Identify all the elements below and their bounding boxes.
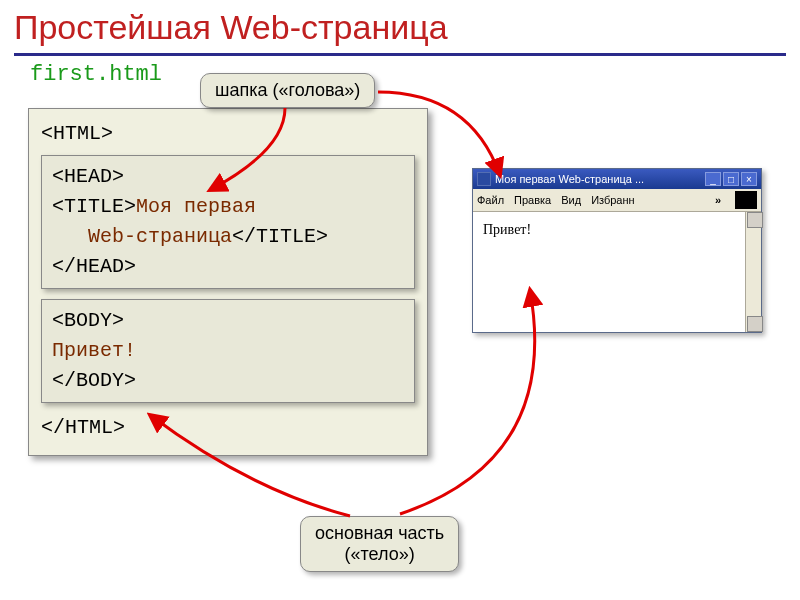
- callout-head: шапка («голова»): [200, 73, 375, 108]
- page-content-text: Привет!: [483, 222, 531, 237]
- tag-title-open: <TITLE>: [52, 195, 136, 218]
- title-underline: [14, 53, 786, 56]
- menu-view[interactable]: Вид: [561, 194, 581, 206]
- filename-label: first.html: [30, 62, 800, 87]
- throbber-icon: [735, 191, 757, 209]
- tag-head-close: </HEAD>: [52, 255, 136, 278]
- tag-title-close: </TITLE>: [232, 225, 328, 248]
- callout-body-line1: основная часть: [315, 523, 444, 544]
- browser-title-text: Моя первая Web-страница ...: [495, 173, 701, 185]
- tag-body-close: </BODY>: [52, 369, 136, 392]
- close-button[interactable]: ×: [741, 172, 757, 186]
- scrollbar[interactable]: [745, 212, 761, 332]
- maximize-button[interactable]: □: [723, 172, 739, 186]
- body-section-box: <BODY> Привет! </BODY>: [41, 299, 415, 403]
- tag-body-open: <BODY>: [52, 309, 124, 332]
- head-section-box: <HEAD> <TITLE>Моя первая Web-страница</T…: [41, 155, 415, 289]
- tag-html-open: <HTML>: [41, 122, 113, 145]
- menu-edit[interactable]: Правка: [514, 194, 551, 206]
- body-text: Привет!: [52, 339, 136, 362]
- tag-html-close: </HTML>: [41, 416, 125, 439]
- browser-viewport: Привет!: [473, 212, 761, 332]
- minimize-button[interactable]: _: [705, 172, 721, 186]
- code-block: <HTML> <HEAD> <TITLE>Моя первая Web-стра…: [28, 108, 428, 456]
- menu-overflow-chevron[interactable]: »: [715, 194, 721, 206]
- browser-titlebar: Моя первая Web-страница ... _ □ ×: [473, 169, 761, 189]
- menu-file[interactable]: Файл: [477, 194, 504, 206]
- ie-icon: [477, 172, 491, 186]
- browser-window: Моя первая Web-страница ... _ □ × Файл П…: [472, 168, 762, 333]
- window-buttons: _ □ ×: [705, 172, 757, 186]
- callout-body: основная часть («тело»): [300, 516, 459, 572]
- callout-body-line2: («тело»): [315, 544, 444, 565]
- slide-title: Простейшая Web-страница: [0, 0, 800, 53]
- browser-menubar: Файл Правка Вид Избранн »: [473, 189, 761, 212]
- title-text-line1: Моя первая: [136, 195, 256, 218]
- title-text-line2: Web-страница: [88, 225, 232, 248]
- menu-favorites[interactable]: Избранн: [591, 194, 635, 206]
- tag-head-open: <HEAD>: [52, 165, 124, 188]
